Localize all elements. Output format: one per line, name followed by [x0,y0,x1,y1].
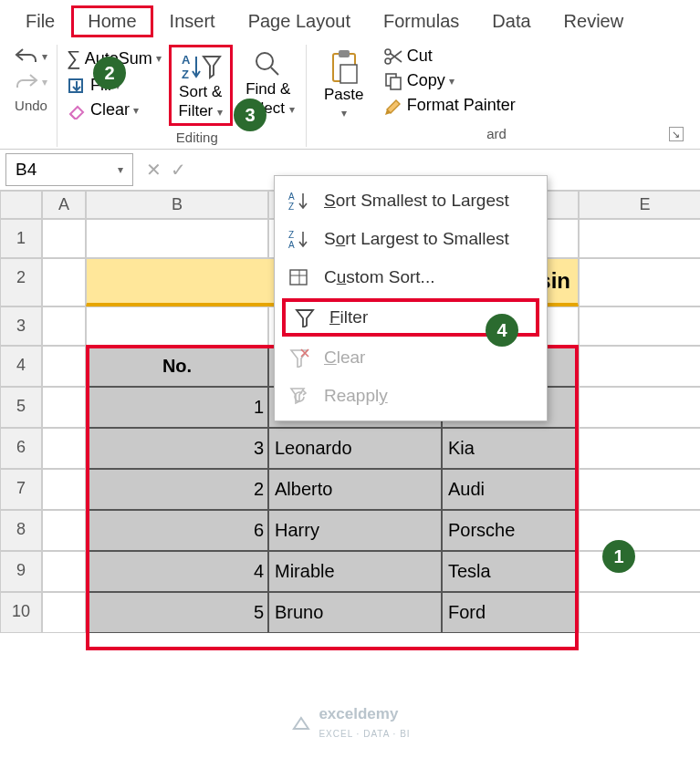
cell[interactable] [579,346,700,387]
table-header-no[interactable]: No. [86,346,268,387]
tab-review[interactable]: Review [548,5,641,37]
cell[interactable] [579,510,700,551]
watermark-tag: EXCEL · DATA · BI [319,729,410,739]
step-badge-4: 4 [486,314,518,347]
table-cell[interactable]: Kia [442,428,579,469]
row-header[interactable]: 1 [0,219,42,258]
svg-text:A: A [288,240,295,249]
table-cell[interactable]: Porsche [442,510,579,551]
cell[interactable] [42,551,86,592]
row-header[interactable]: 7 [0,469,42,510]
cancel-icon[interactable]: ✕ [146,159,162,181]
cell[interactable] [42,469,86,510]
chevron-down-icon: ▾ [449,75,454,88]
paintbrush-icon [383,97,403,115]
cell[interactable] [579,592,700,633]
chevron-down-icon[interactable]: ▾ [118,163,123,176]
cell[interactable] [579,551,700,592]
menu-custom-sort[interactable]: Custom Sort... [275,258,547,296]
reapply-icon [287,386,311,406]
name-box-value: B4 [16,160,37,180]
undo-button[interactable]: ▾ [11,45,51,68]
tab-data[interactable]: Data [475,5,547,37]
clear-button[interactable]: Clear ▾ [63,99,165,121]
cell[interactable] [86,306,268,346]
cell[interactable] [42,346,86,387]
format-painter-button[interactable]: Format Painter [380,94,519,117]
row-header[interactable]: 5 [0,387,42,428]
menu-reapply: Reapply [275,377,547,415]
col-header-e[interactable]: E [579,191,700,219]
copy-button[interactable]: Copy ▾ [380,69,519,92]
cut-button[interactable]: Cut [380,45,519,67]
row-header[interactable]: 8 [0,510,42,551]
table-cell[interactable]: 4 [86,551,268,592]
cell[interactable] [42,219,86,258]
tab-pagelayout[interactable]: Page Layout [232,5,367,37]
paste-button[interactable]: Paste▾ [312,45,376,124]
table-cell[interactable]: 5 [86,592,268,633]
row-header[interactable]: 10 [0,592,42,633]
sort-desc-icon: ZA [287,229,311,249]
cell[interactable] [42,428,86,469]
col-header-b[interactable]: B [86,191,268,219]
cell[interactable] [579,219,700,258]
chevron-down-icon: ▾ [156,52,162,65]
table-cell[interactable]: Alberto [268,469,442,510]
cell[interactable] [579,428,700,469]
table-cell[interactable]: 3 [86,428,268,469]
redo-button[interactable]: ▾ [11,70,51,94]
table-cell[interactable]: Mirable [268,551,442,592]
cell[interactable] [42,592,86,633]
table-cell[interactable]: 2 [86,469,268,510]
row-header[interactable]: 6 [0,428,42,469]
cell[interactable] [42,258,86,306]
menu-sort-desc[interactable]: ZA Sort Largest to Smallest [275,220,547,258]
row-header[interactable]: 9 [0,551,42,592]
tab-formulas[interactable]: Formulas [367,5,475,37]
cell[interactable] [579,387,700,428]
table-cell[interactable]: Ford [442,592,579,633]
cell[interactable] [86,219,268,258]
cell[interactable] [42,510,86,551]
cut-label: Cut [407,47,433,66]
svg-rect-10 [391,78,401,89]
group-clipboard: Paste▾ Cut Copy ▾ [307,45,695,147]
table-cell[interactable]: Harry [268,510,442,551]
table-cell[interactable]: Bruno [268,592,442,633]
cell[interactable] [42,306,86,346]
step-badge-2: 2 [93,57,126,89]
group-label-editing: Editing [63,128,300,147]
table-cell[interactable]: Audi [442,469,579,510]
group-label-undo: Undo [11,96,51,115]
row-header[interactable]: 2 [0,258,42,306]
menu-sort-asc[interactable]: AZ Sort Smallest to Largest [275,182,547,220]
menu-filter-label: Filter [329,307,368,327]
table-cell[interactable]: Tesla [442,551,579,592]
cell[interactable] [579,258,700,306]
row-header[interactable]: 4 [0,346,42,387]
col-header-a[interactable]: A [42,191,86,219]
chevron-down-icon: ▾ [133,104,139,117]
step-badge-1: 1 [602,540,635,573]
row-header[interactable]: 3 [0,306,42,346]
sort-filter-button[interactable]: A Z Sort & Filter ▾ [169,45,233,126]
name-box[interactable]: B4 ▾ [5,153,133,186]
table-cell[interactable]: Leonardo [268,428,442,469]
table-cell[interactable]: 1 [86,387,268,428]
cell[interactable] [579,306,700,346]
svg-text:Z: Z [182,67,189,81]
table-cell[interactable]: 6 [86,510,268,551]
enter-icon[interactable]: ✓ [171,159,186,181]
menu-reapply-label: Reapply [324,386,388,406]
ribbon-tabs: File Home Insert Page Layout Formulas Da… [0,0,700,37]
cell[interactable] [42,387,86,428]
dialog-launcher-icon[interactable]: ↘ [669,127,684,141]
menu-clear-label: Clear [324,348,365,368]
cell[interactable] [579,469,700,510]
tab-file[interactable]: File [9,5,71,37]
tab-insert[interactable]: Insert [153,5,232,37]
select-all-corner[interactable] [0,191,42,219]
paste-icon [328,48,360,85]
tab-home[interactable]: Home [71,5,152,37]
